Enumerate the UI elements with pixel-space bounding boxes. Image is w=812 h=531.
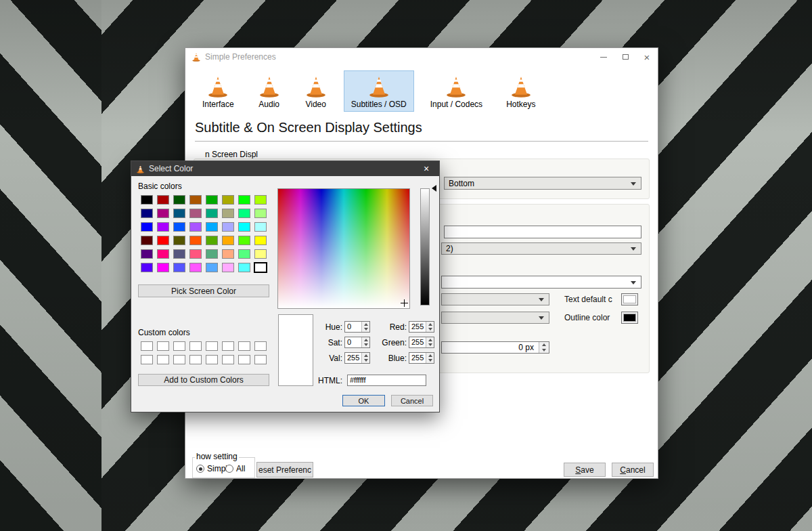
red-spinbox[interactable]: 255 [409, 321, 434, 333]
outline-color-button[interactable] [621, 312, 638, 324]
toolbar-item-hotkeys[interactable]: Hotkeys [499, 70, 543, 112]
basic-color-swatch[interactable] [189, 209, 202, 218]
basic-color-swatch[interactable] [206, 263, 218, 272]
basic-color-swatch[interactable] [157, 249, 169, 259]
basic-color-swatch[interactable] [206, 195, 218, 205]
basic-color-swatch[interactable] [141, 249, 153, 259]
basic-color-swatch[interactable] [222, 195, 234, 205]
custom-color-well[interactable] [254, 341, 267, 351]
basic-color-swatch[interactable] [222, 263, 234, 272]
hue-saturation-picker[interactable] [277, 188, 410, 309]
basic-color-swatch[interactable] [238, 263, 250, 272]
html-color-input[interactable]: #ffffff [347, 375, 426, 386]
dialog-close-button[interactable]: × [413, 161, 439, 176]
osd-position-combo[interactable]: Bottom [444, 177, 641, 190]
text-default-color-button[interactable] [621, 293, 638, 305]
encoding-combo[interactable]: 2) [441, 242, 641, 255]
spinner-arrows[interactable] [426, 353, 434, 363]
toolbar-item-audio[interactable]: Audio [250, 70, 288, 112]
basic-color-swatch[interactable] [238, 222, 250, 232]
subtitle-position-spinner[interactable]: 0 px [441, 341, 549, 354]
basic-color-swatch[interactable] [173, 249, 185, 259]
reset-preferences-button[interactable]: eset Preferenc [256, 462, 313, 477]
basic-color-swatch[interactable] [238, 209, 250, 218]
basic-color-swatch[interactable] [141, 263, 153, 272]
basic-color-swatch[interactable] [157, 222, 169, 232]
custom-color-well[interactable] [254, 355, 267, 364]
basic-color-swatch[interactable] [254, 195, 267, 205]
spinner-arrows[interactable] [361, 322, 369, 332]
toolbar-item-video[interactable]: Video [297, 70, 335, 112]
basic-color-swatch[interactable] [173, 195, 185, 205]
maximize-button[interactable] [614, 48, 636, 66]
custom-color-well[interactable] [189, 341, 202, 351]
cancel-button[interactable]: Cancel [612, 463, 654, 477]
basic-color-swatch[interactable] [206, 236, 218, 245]
font-combo[interactable] [441, 276, 641, 289]
custom-color-well[interactable] [206, 341, 218, 351]
basic-color-swatch[interactable] [173, 222, 185, 232]
custom-color-well[interactable] [222, 341, 234, 351]
dialog-cancel-button[interactable]: Cancel [391, 395, 433, 406]
custom-color-well[interactable] [173, 341, 185, 351]
subtitle-text-input[interactable] [444, 226, 641, 238]
custom-color-well[interactable] [206, 355, 218, 364]
sat-spinbox[interactable]: 0 [344, 337, 370, 348]
basic-color-swatch[interactable] [222, 209, 234, 218]
basic-color-swatch[interactable] [238, 195, 250, 205]
custom-color-well[interactable] [157, 355, 169, 364]
luminance-slider[interactable] [420, 188, 430, 305]
custom-color-well[interactable] [238, 341, 250, 351]
green-spinbox[interactable]: 255 [409, 337, 434, 348]
basic-color-swatch[interactable] [254, 263, 267, 272]
basic-color-swatch[interactable] [189, 222, 202, 232]
basic-color-swatch[interactable] [157, 263, 169, 272]
spinner-arrows[interactable] [361, 353, 369, 363]
basic-color-swatch[interactable] [254, 249, 267, 259]
blue-spinbox[interactable]: 255 [409, 352, 434, 364]
basic-color-swatch[interactable] [141, 195, 153, 205]
spinner-arrows[interactable] [539, 342, 549, 353]
basic-color-swatch[interactable] [222, 236, 234, 245]
custom-color-well[interactable] [189, 355, 202, 364]
basic-color-swatch[interactable] [189, 249, 202, 259]
spinner-arrows[interactable] [361, 337, 369, 347]
toolbar-item-interface[interactable]: Interface [195, 70, 242, 112]
basic-color-swatch[interactable] [173, 209, 185, 218]
close-button[interactable]: × [636, 48, 658, 66]
custom-color-well[interactable] [222, 355, 234, 364]
save-button[interactable]: Save [564, 463, 606, 477]
radio-all[interactable]: All [225, 464, 245, 473]
basic-color-swatch[interactable] [254, 209, 267, 218]
basic-color-swatch[interactable] [157, 209, 169, 218]
custom-color-well[interactable] [238, 355, 250, 364]
font-size-combo[interactable] [441, 293, 549, 305]
basic-color-swatch[interactable] [141, 222, 153, 232]
basic-color-swatch[interactable] [157, 195, 169, 205]
basic-color-swatch[interactable] [141, 236, 153, 245]
toolbar-item-input-codecs[interactable]: Input / Codecs [423, 70, 490, 112]
basic-color-swatch[interactable] [189, 236, 202, 245]
basic-color-swatch[interactable] [157, 236, 169, 245]
custom-color-well[interactable] [141, 341, 153, 351]
hue-spinbox[interactable]: 0 [344, 321, 370, 333]
pick-screen-color-button[interactable]: Pick Screen Color [138, 284, 269, 297]
basic-color-swatch[interactable] [238, 236, 250, 245]
custom-color-well[interactable] [157, 341, 169, 351]
add-to-custom-colors-button[interactable]: Add to Custom Colors [138, 374, 269, 386]
basic-color-swatch[interactable] [222, 249, 234, 259]
ok-button[interactable]: OK [342, 395, 385, 406]
basic-color-swatch[interactable] [206, 222, 218, 232]
basic-color-swatch[interactable] [206, 249, 218, 259]
luminance-slider-handle[interactable] [432, 185, 436, 192]
basic-color-swatch[interactable] [222, 222, 234, 232]
basic-color-swatch[interactable] [206, 209, 218, 218]
minimize-button[interactable] [593, 48, 614, 66]
radio-simple[interactable]: Simpl [196, 464, 227, 473]
custom-color-well[interactable] [173, 355, 185, 364]
basic-color-swatch[interactable] [189, 263, 202, 272]
custom-color-well[interactable] [141, 355, 153, 364]
basic-color-swatch[interactable] [254, 222, 267, 232]
spinner-arrows[interactable] [426, 322, 434, 332]
outline-thickness-combo[interactable] [441, 312, 549, 324]
